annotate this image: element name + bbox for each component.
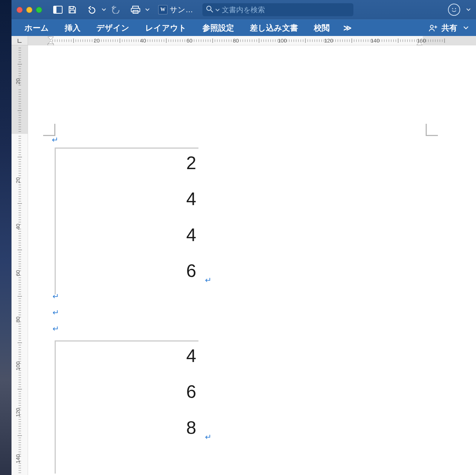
- svg-rect-1: [54, 6, 56, 13]
- search-box[interactable]: [202, 3, 353, 16]
- margin-corner-top-left: [43, 124, 55, 136]
- vertical-ruler[interactable]: 2020406080100120140: [12, 45, 28, 475]
- tab-mailings[interactable]: 差し込み文書: [242, 20, 306, 36]
- svg-point-11: [430, 25, 433, 28]
- field-value: 6: [186, 381, 196, 402]
- share-person-icon: [429, 24, 438, 32]
- svg-text:20: 20: [15, 78, 21, 85]
- paragraph-mark: ↵: [52, 292, 59, 301]
- svg-text:40: 40: [140, 37, 146, 44]
- svg-text:100: 100: [278, 37, 287, 44]
- svg-text:40: 40: [15, 224, 21, 230]
- word-app-icon: W: [158, 5, 168, 14]
- document-title-text: サン…: [170, 5, 193, 15]
- tab-home[interactable]: ホーム: [17, 20, 57, 36]
- svg-text:140: 140: [15, 454, 21, 463]
- field-value: 4: [186, 189, 196, 209]
- search-input[interactable]: [222, 6, 350, 14]
- svg-point-9: [452, 8, 453, 9]
- app-window: W サン… ホーム 挿入 デザイン レイアウト 参照設定 差し込み文: [12, 0, 476, 475]
- svg-text:60: 60: [187, 37, 193, 44]
- paragraph-mark: ↵: [52, 308, 59, 317]
- search-icon: [206, 5, 213, 14]
- field-box-2[interactable]: [55, 340, 198, 474]
- share-button[interactable]: 共有: [429, 23, 475, 33]
- svg-point-10: [455, 8, 456, 9]
- svg-text:100: 100: [15, 361, 21, 370]
- paragraph-mark: ↵: [205, 433, 211, 442]
- document-canvas[interactable]: ↵ 2 4 4 6 ↵ ↵ ↵ ↵ 4 6 8 ↵: [28, 45, 476, 475]
- search-scope-dropdown[interactable]: [215, 6, 220, 13]
- svg-rect-2: [70, 6, 73, 9]
- tab-references[interactable]: 参照設定: [194, 20, 242, 36]
- svg-line-8: [211, 10, 213, 12]
- svg-point-7: [207, 6, 211, 10]
- svg-text:20: 20: [94, 37, 100, 44]
- share-dropdown[interactable]: [461, 26, 471, 30]
- redo-button[interactable]: [109, 4, 122, 16]
- field-value: 8: [186, 417, 196, 438]
- panel-toggle-button[interactable]: [51, 4, 64, 16]
- field-value: 4: [186, 345, 196, 366]
- svg-text:140: 140: [370, 37, 379, 44]
- svg-text:120: 120: [324, 37, 333, 44]
- tab-insert[interactable]: 挿入: [57, 20, 88, 36]
- field-value: 6: [186, 261, 196, 281]
- tabs-overflow[interactable]: ≫: [338, 23, 357, 33]
- ruler-tab-selector[interactable]: [12, 36, 28, 45]
- feedback-smiley-button[interactable]: [447, 4, 462, 16]
- document-title: W サン…: [158, 5, 193, 15]
- svg-rect-3: [70, 10, 74, 13]
- svg-text:20: 20: [15, 177, 21, 184]
- window-zoom-button[interactable]: [36, 7, 42, 13]
- tab-design[interactable]: デザイン: [88, 20, 137, 36]
- print-button[interactable]: [129, 4, 142, 16]
- paragraph-mark: ↵: [52, 324, 59, 334]
- titlebar: W サン…: [12, 0, 476, 19]
- tab-review[interactable]: 校閲: [306, 20, 338, 36]
- paragraph-mark: ↵: [205, 276, 211, 285]
- tab-layout[interactable]: レイアウト: [137, 20, 194, 36]
- window-minimize-button[interactable]: [26, 7, 32, 13]
- svg-text:120: 120: [15, 408, 21, 417]
- share-label: 共有: [441, 23, 457, 33]
- undo-button[interactable]: [86, 4, 99, 16]
- field-value: 4: [186, 225, 196, 245]
- undo-dropdown[interactable]: [100, 8, 108, 11]
- field-box-1[interactable]: [55, 148, 198, 294]
- paragraph-mark: ↵: [52, 135, 58, 145]
- save-button[interactable]: [66, 4, 79, 16]
- margin-corner-top-right: [426, 124, 438, 136]
- svg-text:60: 60: [15, 270, 21, 276]
- smiley-icon: [448, 4, 460, 16]
- field-value: 2: [186, 153, 196, 173]
- svg-text:80: 80: [15, 317, 21, 323]
- print-dropdown[interactable]: [143, 8, 151, 11]
- ribbon-tabs: ホーム 挿入 デザイン レイアウト 参照設定 差し込み文書 校閲 ≫ 共有: [12, 19, 476, 36]
- window-close-button[interactable]: [17, 7, 23, 13]
- horizontal-ruler[interactable]: 20406080100120140160: [28, 36, 476, 45]
- feedback-dropdown[interactable]: [464, 8, 472, 11]
- svg-text:80: 80: [233, 37, 239, 44]
